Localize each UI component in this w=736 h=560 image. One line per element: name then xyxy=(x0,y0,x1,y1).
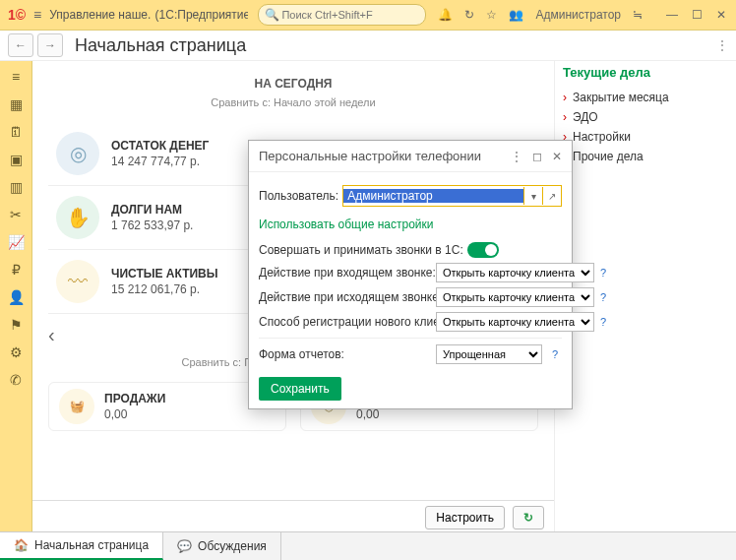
sidebar-item-5[interactable]: ✂ xyxy=(6,205,26,224)
search-icon: 🔍 xyxy=(265,8,279,22)
register-select[interactable]: Открыть карточку клиента xyxy=(436,312,594,332)
calls-label: Совершать и принимать звонки в 1С: xyxy=(259,243,463,257)
user-label: Пользователь: xyxy=(259,189,338,203)
card-value: 0,00 xyxy=(356,407,447,421)
save-button[interactable]: Сохранить xyxy=(259,377,341,401)
card-value: 0,00 xyxy=(104,407,165,421)
rp-item-settings[interactable]: Настройки xyxy=(563,127,728,147)
minimize-icon[interactable]: — xyxy=(664,8,680,22)
history-icon[interactable]: ↻ xyxy=(462,8,476,22)
star-icon[interactable]: ☆ xyxy=(484,8,499,22)
sidebar-item-2[interactable]: 🗓 xyxy=(6,122,26,142)
app-context: (1С:Предприятие) xyxy=(155,8,249,22)
chat-icon: 💬 xyxy=(177,539,192,553)
dialog-popout-icon[interactable]: ◻ xyxy=(532,150,542,163)
reportform-select[interactable]: Упрощенная xyxy=(436,344,542,364)
sidebar-item-11[interactable]: ✆ xyxy=(6,370,26,390)
logo-1c: 1© xyxy=(8,7,26,23)
tab-label: Обсуждения xyxy=(198,539,267,553)
kpi-title: ОСТАТОК ДЕНЕГ xyxy=(111,139,209,153)
maximize-icon[interactable]: ☐ xyxy=(690,8,705,22)
dialog-title: Персональные настройки телефонии xyxy=(259,149,481,163)
reportform-label: Форма отчетов: xyxy=(259,347,432,361)
outgoing-select[interactable]: Открыть карточку клиента xyxy=(436,287,594,307)
user-dropdown-icon[interactable]: ▾ xyxy=(523,187,542,205)
sidebar-item-7[interactable]: ₽ xyxy=(6,260,26,280)
rightpane-title: Текущие дела xyxy=(563,65,728,80)
user-field[interactable]: ▾ ↗ xyxy=(342,185,562,207)
sidebar-item-1[interactable]: ▦ xyxy=(6,94,26,114)
app-title: Управление наше... xyxy=(49,8,151,22)
register-label: Способ регистрации нового клиента: xyxy=(259,315,432,329)
home-icon: 🏠 xyxy=(14,538,29,552)
kpi-title: ДОЛГИ НАМ xyxy=(111,203,193,217)
sidebar: ≡ ▦ 🗓 ▣ ▥ ✂ 📈 ₽ 👤 ⚑ ⚙ ✆ xyxy=(0,61,32,534)
today-compare: Сравнить с: Начало этой недели xyxy=(48,96,538,108)
telephony-settings-dialog: Персональные настройки телефонии ⋮ ◻ ✕ П… xyxy=(248,140,573,409)
sidebar-item-8[interactable]: 👤 xyxy=(6,287,26,307)
hand-icon: ✋ xyxy=(56,196,99,239)
tab-label: Начальная страница xyxy=(34,538,149,552)
sidebar-item-4[interactable]: ▥ xyxy=(6,177,26,197)
dialog-close-icon[interactable]: ✕ xyxy=(552,150,562,163)
page-menu-icon[interactable]: ⋮ xyxy=(716,38,728,52)
tab-talk[interactable]: 💬 Обсуждения xyxy=(163,532,281,560)
rp-item-close-month[interactable]: Закрытие месяца xyxy=(563,88,728,107)
global-search[interactable]: 🔍 xyxy=(258,4,426,26)
tab-home[interactable]: 🏠 Начальная страница xyxy=(0,532,163,560)
current-user[interactable]: Администратор xyxy=(533,8,623,22)
rp-item-edo[interactable]: ЭДО xyxy=(563,107,728,127)
bottom-tabs: 🏠 Начальная страница 💬 Обсуждения xyxy=(0,531,736,560)
use-common-link[interactable]: Использовать общие настройки xyxy=(259,218,434,231)
sidebar-menu-icon[interactable]: ≡ xyxy=(6,67,26,87)
rp-item-other[interactable]: Прочие дела xyxy=(563,147,728,166)
filter-icon[interactable]: ≒ xyxy=(631,8,644,22)
sidebar-item-9[interactable]: ⚑ xyxy=(6,315,26,335)
nav-forward-button[interactable]: → xyxy=(37,33,63,57)
kpi-value: 1 762 533,97 р. xyxy=(111,218,193,232)
coins-icon: ◎ xyxy=(56,132,99,175)
kpi-title: ЧИСТЫЕ АКТИВЫ xyxy=(111,267,218,280)
kpi-value: 15 212 061,76 р. xyxy=(111,282,218,296)
page-title: Начальная страница xyxy=(75,35,246,56)
user-input[interactable] xyxy=(343,189,523,203)
chart-icon: 〰 xyxy=(56,260,99,303)
dialog-more-icon[interactable]: ⋮ xyxy=(511,150,522,163)
basket-icon: 🧺 xyxy=(59,389,94,424)
help-icon[interactable]: ? xyxy=(600,290,606,304)
incoming-label: Действие при входящем звонке: xyxy=(259,266,432,280)
refresh-button[interactable]: ↻ xyxy=(513,506,544,529)
toolbar: ← → Начальная страница ⋮ xyxy=(0,31,736,61)
sidebar-item-6[interactable]: 📈 xyxy=(6,232,26,252)
help-icon[interactable]: ? xyxy=(548,347,562,361)
search-input[interactable] xyxy=(279,8,419,22)
users-icon[interactable]: 👥 xyxy=(507,8,525,22)
nav-back-button[interactable]: ← xyxy=(8,33,33,57)
card-title: ПРОДАЖИ xyxy=(104,392,165,405)
today-header: НА СЕГОДНЯ xyxy=(48,77,538,91)
settings-button[interactable]: Настроить xyxy=(425,506,505,529)
kpi-value: 14 247 774,77 р. xyxy=(111,155,209,168)
user-open-icon[interactable]: ↗ xyxy=(542,187,561,205)
bell-icon[interactable]: 🔔 xyxy=(436,8,455,22)
sidebar-item-3[interactable]: ▣ xyxy=(6,150,26,169)
menu-icon[interactable]: ≡ xyxy=(33,7,41,23)
outgoing-label: Действие при исходящем звонке: xyxy=(259,290,432,304)
help-icon[interactable]: ? xyxy=(600,315,606,329)
sidebar-item-10[interactable]: ⚙ xyxy=(6,342,26,362)
titlebar: 1© ≡ Управление наше... (1С:Предприятие)… xyxy=(0,0,736,31)
help-icon[interactable]: ? xyxy=(600,266,606,280)
incoming-select[interactable]: Открыть карточку клиента xyxy=(436,263,594,282)
close-icon[interactable]: ✕ xyxy=(714,8,728,22)
divider xyxy=(259,338,562,339)
calls-toggle[interactable] xyxy=(467,242,499,258)
